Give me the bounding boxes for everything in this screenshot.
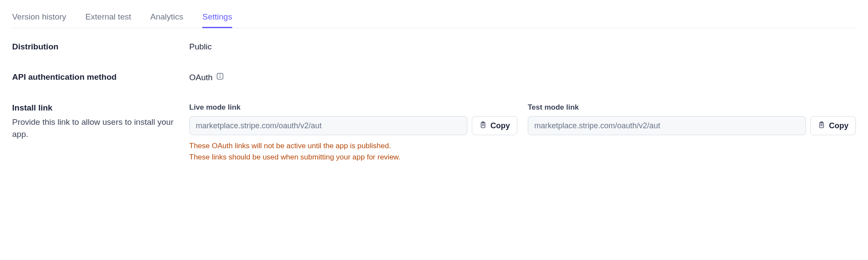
test-mode-link-group: Test mode link Copy <box>528 103 856 135</box>
svg-point-2 <box>220 75 220 75</box>
test-mode-copy-button[interactable]: Copy <box>810 116 856 135</box>
live-mode-link-input[interactable] <box>189 116 467 135</box>
copy-button-label: Copy <box>490 121 510 130</box>
auth-method-value-wrapper: OAuth <box>189 72 856 82</box>
auth-method-row: API authentication method OAuth <box>12 72 856 82</box>
clipboard-icon <box>818 121 825 131</box>
tab-external-test[interactable]: External test <box>85 12 132 28</box>
tab-settings[interactable]: Settings <box>202 12 232 28</box>
live-mode-copy-button[interactable]: Copy <box>472 116 517 135</box>
tabs: Version history External test Analytics … <box>12 12 856 28</box>
oauth-warning-line-1: These OAuth links will not be active unt… <box>189 140 856 152</box>
copy-button-label: Copy <box>829 121 848 130</box>
install-link-description: Provide this link to allow users to inst… <box>12 116 189 140</box>
tab-analytics[interactable]: Analytics <box>150 12 183 28</box>
install-link-row: Install link Provide this link to allow … <box>12 103 856 162</box>
distribution-label: Distribution <box>12 42 189 52</box>
info-icon[interactable] <box>216 72 224 82</box>
test-mode-link-label: Test mode link <box>528 103 856 112</box>
live-mode-link-group: Live mode link Copy <box>189 103 517 135</box>
auth-method-value: OAuth <box>189 73 213 82</box>
distribution-row: Distribution Public <box>12 42 856 52</box>
distribution-value: Public <box>189 42 856 52</box>
live-mode-link-label: Live mode link <box>189 103 517 112</box>
oauth-warning-line-2: These links should be used when submitti… <box>189 152 856 163</box>
tab-version-history[interactable]: Version history <box>12 12 66 28</box>
install-link-label: Install link <box>12 103 189 113</box>
oauth-warning: These OAuth links will not be active unt… <box>189 140 856 162</box>
clipboard-icon <box>479 121 487 131</box>
auth-method-label: API authentication method <box>12 72 189 82</box>
test-mode-link-input[interactable] <box>528 116 806 135</box>
